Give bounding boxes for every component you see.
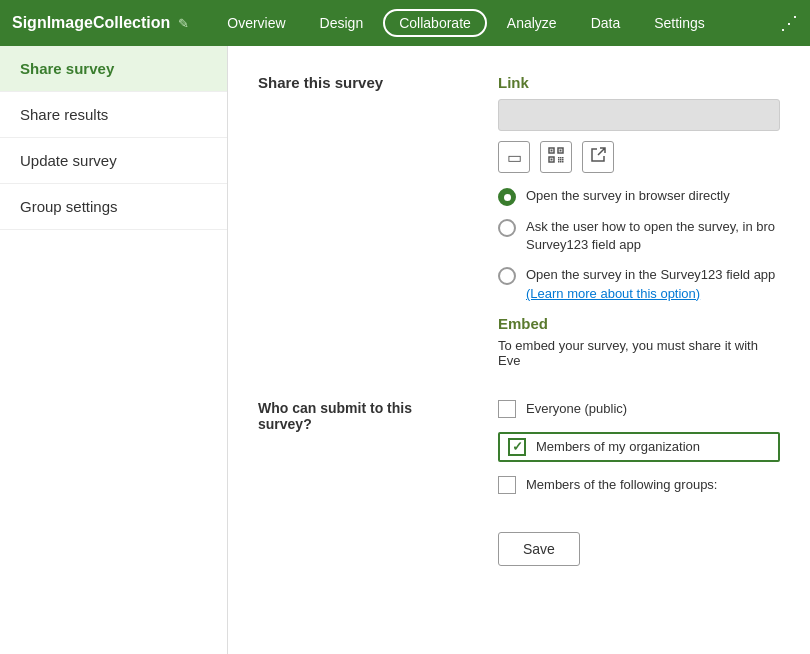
radio-field-app-label: Open the survey in the Survey123 field a… xyxy=(526,266,775,302)
checkbox-groups-box[interactable] xyxy=(498,476,516,494)
nav-design[interactable]: Design xyxy=(306,9,378,37)
submit-section: Who can submit to this survey? Everyone … xyxy=(258,400,780,508)
radio-browser-circle[interactable] xyxy=(498,188,516,206)
checkbox-org-label: Members of my organization xyxy=(536,439,700,454)
radio-ask-label: Ask the user how to open the survey, in … xyxy=(526,218,775,254)
share-icon[interactable]: ⋰ xyxy=(780,12,798,34)
right-column: Link ▭ xyxy=(498,74,780,368)
content-columns: Share this survey Link ▭ xyxy=(258,74,780,368)
section-title: Share this survey xyxy=(258,74,458,91)
nav-links: Overview Design Collaborate Analyze Data… xyxy=(213,9,780,37)
sidebar-item-share-survey[interactable]: Share survey xyxy=(0,46,227,92)
radio-option-ask[interactable]: Ask the user how to open the survey, in … xyxy=(498,218,780,254)
embed-label: Embed xyxy=(498,315,780,332)
sidebar: Share survey Share results Update survey… xyxy=(0,46,228,654)
radio-option-field-app[interactable]: Open the survey in the Survey123 field a… xyxy=(498,266,780,302)
svg-rect-10 xyxy=(560,159,562,161)
external-link-icon xyxy=(590,147,606,167)
svg-rect-9 xyxy=(558,159,560,161)
checkbox-everyone-label: Everyone (public) xyxy=(526,401,627,416)
icon-row: ▭ xyxy=(498,141,780,173)
link-input-display[interactable] xyxy=(498,99,780,131)
page-layout: Share survey Share results Update survey… xyxy=(0,46,810,654)
checkbox-everyone[interactable]: Everyone (public) xyxy=(498,400,780,418)
nav-analyze[interactable]: Analyze xyxy=(493,9,571,37)
qr-icon xyxy=(548,147,564,167)
save-section: Save xyxy=(258,532,780,566)
sidebar-item-share-results[interactable]: Share results xyxy=(0,92,227,138)
save-button[interactable]: Save xyxy=(498,532,580,566)
svg-rect-11 xyxy=(562,159,564,161)
app-title: SignImageCollection xyxy=(12,14,170,32)
svg-rect-3 xyxy=(551,150,553,152)
checkbox-groups[interactable]: Members of the following groups: xyxy=(498,476,780,494)
checkbox-everyone-box[interactable] xyxy=(498,400,516,418)
radio-field-app-circle[interactable] xyxy=(498,267,516,285)
checkbox-org-box[interactable] xyxy=(508,438,526,456)
left-column: Share this survey xyxy=(258,74,458,368)
learn-more-link[interactable]: (Learn more about this option) xyxy=(526,286,700,301)
radio-option-browser[interactable]: Open the survey in browser directly xyxy=(498,187,780,206)
submit-label: Who can submit to this survey? xyxy=(258,400,458,508)
svg-rect-5 xyxy=(551,159,553,161)
external-link-icon-button[interactable] xyxy=(582,141,614,173)
qr-icon-button[interactable] xyxy=(540,141,572,173)
sidebar-item-update-survey[interactable]: Update survey xyxy=(0,138,227,184)
radio-browser-label: Open the survey in browser directly xyxy=(526,187,730,205)
copy-icon: ▭ xyxy=(507,148,522,167)
svg-rect-12 xyxy=(558,161,560,163)
svg-rect-4 xyxy=(560,150,562,152)
nav-overview[interactable]: Overview xyxy=(213,9,299,37)
copy-icon-button[interactable]: ▭ xyxy=(498,141,530,173)
sidebar-item-group-settings[interactable]: Group settings xyxy=(0,184,227,230)
checkbox-org[interactable]: Members of my organization xyxy=(498,432,780,462)
nav-collaborate[interactable]: Collaborate xyxy=(383,9,487,37)
svg-rect-6 xyxy=(558,157,560,159)
link-label: Link xyxy=(498,74,780,91)
submit-options: Everyone (public) Members of my organiza… xyxy=(498,400,780,508)
radio-ask-circle[interactable] xyxy=(498,219,516,237)
checkbox-groups-label: Members of the following groups: xyxy=(526,477,717,492)
svg-rect-14 xyxy=(562,161,564,163)
main-content: Share this survey Link ▭ xyxy=(228,46,810,654)
svg-rect-13 xyxy=(560,161,562,163)
top-navigation: SignImageCollection ✎ Overview Design Co… xyxy=(0,0,810,46)
nav-data[interactable]: Data xyxy=(577,9,635,37)
svg-rect-7 xyxy=(560,157,562,159)
svg-rect-8 xyxy=(562,157,564,159)
nav-settings[interactable]: Settings xyxy=(640,9,719,37)
edit-icon[interactable]: ✎ xyxy=(178,16,189,31)
embed-text: To embed your survey, you must share it … xyxy=(498,338,780,368)
